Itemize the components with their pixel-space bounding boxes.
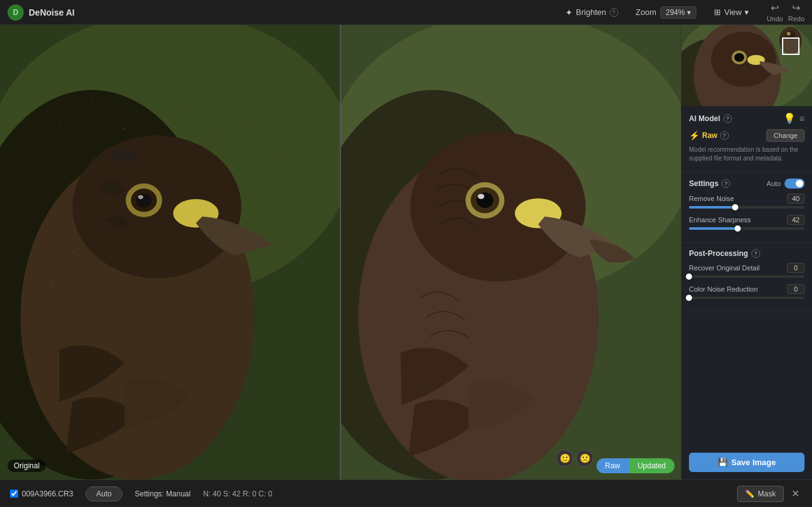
enhance-sharpness-track [689,227,805,230]
auto-button[interactable]: Auto [86,486,122,501]
remove-noise-slider-row: Remove Noise 40 [689,194,805,209]
color-noise-track [689,297,805,299]
recover-detail-label-row: Recover Original Detail 0 [689,263,805,273]
post-processing-help-icon[interactable]: ? [751,249,760,258]
chevron-down-icon: ▾ [687,8,691,17]
save-image-button[interactable]: 💾 Save Image [689,453,805,472]
sad-emoji-button[interactable]: 🙁 [576,450,593,467]
emoji-buttons: 🙂 🙁 [556,450,593,467]
enhance-sharpness-value: 42 [787,215,805,225]
enhance-sharpness-fill [689,227,738,230]
post-processing-header: Post-Processing ? [689,249,805,258]
svg-point-10 [59,122,60,123]
svg-point-16 [254,122,255,123]
ai-model-section: AI Model ? 💡 ≡ ⚡ Raw ? Change Model r [681,106,812,172]
ai-model-help-icon[interactable]: ? [723,114,732,123]
processed-panel [341,25,681,480]
original-hawk-image [0,25,340,480]
svg-point-19 [52,283,54,285]
ai-model-header: AI Model ? 💡 ≡ [689,112,805,124]
recover-detail-label: Recover Original Detail [689,264,760,272]
svg-point-7 [136,193,152,207]
redo-button[interactable]: ↪ Redo [788,2,805,22]
view-tabs: 🙂 🙁 Raw Updated [597,458,675,473]
settings-values: N: 40 S: 42 R: 0 C: 0 [203,490,272,498]
svg-point-11 [91,102,92,104]
recover-detail-slider-row: Recover Original Detail 0 [689,263,805,278]
remove-noise-thumb[interactable] [732,204,738,210]
view-icon: ⊞ [714,7,721,17]
auto-toggle[interactable] [785,179,805,189]
app-logo: D DeNoise AI [7,4,74,21]
raw-help-icon[interactable]: ? [720,131,729,140]
zoom-control: Zoom 294% ▾ [636,6,697,19]
mask-button[interactable]: ✏️ Mask [737,486,784,502]
enhance-sharpness-slider-row: Enhance Sharpness 42 [689,215,805,230]
star-icon: ✦ [565,7,573,17]
bulb-icon-button[interactable]: 💡 [783,112,796,124]
view-button[interactable]: ⊞ View ▾ [709,5,754,19]
topbar-center: ✦ Brighten ? Zoom 294% ▾ ⊞ View ▾ [560,5,754,20]
raw-view-tab[interactable]: Raw [597,458,629,473]
undo-icon: ↩ [771,2,779,14]
lightning-icon: ⚡ [689,130,700,140]
svg-point-14 [189,109,190,110]
svg-point-15 [221,134,223,136]
svg-point-38 [735,53,745,62]
save-icon: 💾 [718,458,728,467]
enhance-sharpness-thumb[interactable] [735,225,741,232]
ai-model-title: AI Model ? [689,114,732,123]
file-name: 009A3966.CR3 [22,490,73,498]
undo-button[interactable]: ↩ Undo [766,2,783,22]
remove-noise-value: 40 [787,194,805,204]
app-title: DeNoise AI [29,7,74,17]
save-panel: 💾 Save Image [681,445,812,480]
file-checkbox[interactable] [10,490,18,498]
zoom-dropdown[interactable]: 294% ▾ [660,6,697,19]
processed-hawk-image [341,25,681,480]
svg-point-12 [124,128,126,130]
color-noise-label-row: Color Noise Reduction 0 [689,284,805,294]
auto-toggle-group: Auto [766,179,805,189]
color-noise-thumb[interactable] [686,295,692,301]
settings-help-icon[interactable]: ? [721,179,730,188]
brighten-button[interactable]: ✦ Brighten ? [560,5,623,20]
remove-noise-track [689,206,805,209]
file-checkbox-group: 009A3966.CR3 [10,490,73,498]
ai-model-icons: 💡 ≡ [783,112,805,124]
settings-title: Settings ? [689,179,730,188]
color-noise-value: 0 [787,284,805,294]
image-area: Original [0,25,681,480]
remove-noise-fill [689,206,735,209]
svg-point-30 [478,194,484,199]
list-icon-button[interactable]: ≡ [800,112,805,124]
svg-point-17 [286,154,287,155]
recover-detail-track [689,275,805,278]
original-label: Original [7,460,46,472]
thumbnail-area [681,25,812,106]
app-logo-icon: D [7,4,24,21]
thumbnail-viewport[interactable] [782,37,800,55]
settings-section: Settings ? Auto Remove Noise 40 [681,172,812,243]
mask-icon: ✏️ [745,490,755,498]
topbar-right: ↩ Undo ↪ Redo [766,2,805,22]
main-content: Original [0,25,812,480]
enhance-sharpness-label-row: Enhance Sharpness 42 [689,215,805,225]
change-model-button[interactable]: Change [766,129,805,142]
happy-emoji-button[interactable]: 🙂 [556,450,573,467]
model-hint: Model recommendation is based on the sup… [689,145,805,163]
original-panel: Original [0,25,341,480]
topbar: D DeNoise AI ✦ Brighten ? Zoom 294% ▾ ⊞ … [0,0,812,25]
svg-point-42 [787,32,791,36]
settings-header-row: Settings ? Auto [689,179,805,189]
brighten-help-icon[interactable]: ? [610,8,618,17]
updated-view-tab[interactable]: Updated [629,458,675,473]
chevron-down-icon: ▾ [745,7,749,17]
recover-detail-value: 0 [787,263,805,273]
remove-noise-label-row: Remove Noise 40 [689,194,805,204]
redo-icon: ↪ [792,2,800,14]
close-button[interactable]: ✕ [789,485,802,502]
svg-point-8 [138,195,143,199]
post-processing-section: Post-Processing ? Recover Original Detai… [681,243,812,312]
recover-detail-thumb[interactable] [686,273,692,280]
